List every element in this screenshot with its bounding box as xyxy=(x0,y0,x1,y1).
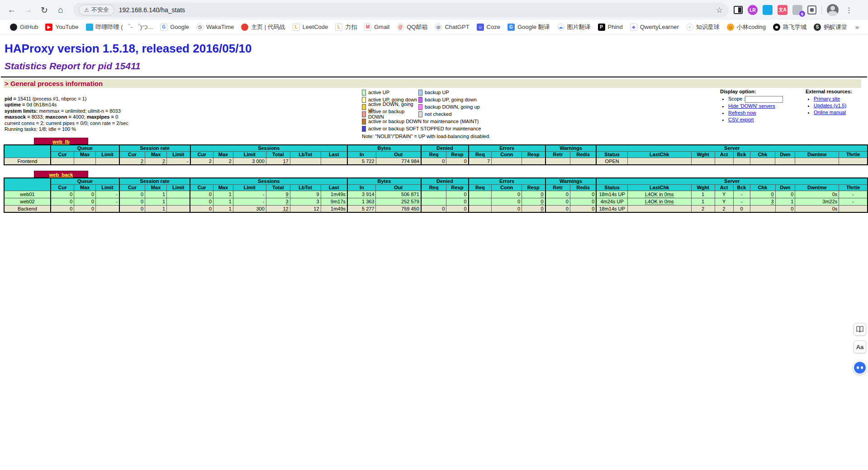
bookmark-item[interactable]: ◷WakaTime xyxy=(193,22,237,32)
stat-cell xyxy=(96,158,119,165)
bookmark-item[interactable]: PPhind xyxy=(594,22,626,32)
stat-cell: 0 xyxy=(492,191,522,198)
address-bar[interactable]: ⚠ 不安全 192.168.6.140/ha_stats ☆ xyxy=(73,3,728,17)
reload-button[interactable]: ↻ xyxy=(37,3,52,17)
stat-cell: L4OK in 0ms xyxy=(627,198,691,205)
stat-cell xyxy=(96,205,119,212)
bookmark-item[interactable]: ☺Coze xyxy=(473,22,504,32)
column-group-header: Queue xyxy=(51,145,119,151)
display-option-link[interactable]: CSV export xyxy=(728,117,754,122)
bookmark-item[interactable]: ☺小林coding xyxy=(723,22,769,33)
column-header: Dwntme xyxy=(795,151,839,158)
capture-extension-icon[interactable] xyxy=(763,5,773,15)
bookmark-item[interactable]: GitHub xyxy=(6,22,42,32)
bookmark-item[interactable]: GGoogle xyxy=(157,22,193,32)
display-option-link[interactable]: Refresh now xyxy=(728,110,756,115)
column-header: LbTot xyxy=(290,151,321,158)
bookmark-item[interactable]: MGmail xyxy=(360,22,393,32)
display-option-link[interactable]: Hide 'DOWN' servers xyxy=(728,103,775,109)
page-title[interactable]: HAProxy version 1.5.18, released 2016/05… xyxy=(5,42,251,56)
stat-cell: 12 xyxy=(290,205,321,212)
translate-float-button[interactable]: Aa xyxy=(854,341,866,353)
column-header: Max xyxy=(213,184,233,191)
assistant-float-button[interactable] xyxy=(853,361,867,374)
home-button[interactable]: ⌂ xyxy=(53,3,68,17)
profile-avatar[interactable] xyxy=(827,4,839,16)
url-text[interactable]: 192.168.6.140/ha_stats xyxy=(119,6,185,14)
bookmark-favicon: G xyxy=(160,24,167,31)
bookmark-item[interactable]: ◎ChatGPT xyxy=(431,22,473,32)
bookmark-item[interactable]: LLeetCode xyxy=(289,22,332,32)
bookmark-item[interactable]: ○知识星球 xyxy=(683,22,723,33)
extensions-icon[interactable] xyxy=(807,5,816,14)
assistant-icon xyxy=(857,366,859,369)
stat-cell: 0 xyxy=(119,191,145,198)
external-resource-link[interactable]: Primary site xyxy=(814,96,840,101)
scope-input[interactable] xyxy=(745,96,783,103)
display-option-title: Display option: xyxy=(720,89,783,94)
bookmark-item[interactable]: L力扣 xyxy=(332,22,360,33)
bookmark-item[interactable]: ☁图片翻译 xyxy=(554,22,594,33)
stat-cell: 5 277 xyxy=(347,205,376,212)
row-label: Backend xyxy=(4,205,51,212)
translate-extension-icon[interactable]: 文A xyxy=(778,5,787,15)
proxy-name-link[interactable]: web_lb xyxy=(52,139,69,144)
column-header: Req xyxy=(469,151,492,158)
column-header: Dwn xyxy=(775,151,795,158)
forward-button[interactable]: → xyxy=(21,3,35,17)
badged-extension-icon[interactable]: 6 xyxy=(792,5,802,15)
column-group-header: Errors xyxy=(469,145,545,151)
stat-cell: 0 xyxy=(522,198,545,205)
column-header: Resp xyxy=(446,184,469,191)
bookmark-label: GitHub xyxy=(20,24,38,30)
bookmark-item[interactable]: GGoogle 翻译 xyxy=(504,22,554,33)
stat-cell: 7 xyxy=(469,158,492,165)
bookmark-star-icon[interactable]: ☆ xyxy=(716,5,723,15)
bookmark-item[interactable]: ◆QwertyLearner xyxy=(626,22,683,32)
stat-cell: 3 xyxy=(266,198,290,205)
proxy-name-link[interactable]: web_back xyxy=(49,172,73,177)
stat-cell: 1 xyxy=(145,191,167,198)
stat-cell xyxy=(839,205,868,212)
lr-extension-icon[interactable]: LR xyxy=(748,5,758,15)
stat-cell: - xyxy=(233,198,266,205)
security-chip[interactable]: ⚠ 不安全 xyxy=(79,5,114,15)
stat-cell: 2 xyxy=(691,205,715,212)
column-header: Out xyxy=(376,184,421,191)
column-header: Retr xyxy=(545,184,570,191)
side-panel-icon[interactable] xyxy=(734,6,743,14)
external-resource-link[interactable]: Updates (v1.5) xyxy=(814,103,846,108)
bookmark-favicon: ☺ xyxy=(727,24,734,31)
process-info-line: pid = 15411 (process #1, nbproc = 1) xyxy=(5,96,128,102)
bookmark-item[interactable]: 主页 | 代码战 xyxy=(237,22,289,33)
stat-cell: 1 xyxy=(213,198,233,205)
bookmark-item[interactable]: ▶YouTube xyxy=(42,22,82,32)
bookmark-item[interactable]: S蚂蚁课堂 xyxy=(810,22,851,33)
bookmark-label: LeetCode xyxy=(303,24,328,30)
column-header: Limit xyxy=(96,184,119,191)
stat-cell: 0 xyxy=(421,158,446,165)
stat-cell: 18m14s UP xyxy=(596,191,627,198)
stat-cell: 0 xyxy=(74,198,96,205)
proxy-section-web_back: web_back QueueSession rateSessionsBytesD… xyxy=(4,171,868,213)
bookmark-item[interactable]: @QQ邮箱 xyxy=(393,22,431,33)
stat-cell: 0 xyxy=(119,205,145,212)
stat-cell: 0 xyxy=(492,198,522,205)
column-header: Limit xyxy=(167,151,190,158)
reader-float-button[interactable] xyxy=(854,323,866,336)
haproxy-stats-page: HAProxy version 1.5.18, released 2016/05… xyxy=(0,34,868,470)
external-resource-link[interactable]: Online manual xyxy=(814,110,846,115)
menu-icon[interactable]: ⋮ xyxy=(844,6,854,14)
bookmark-item[interactable]: 哔哩哔哩 ( ゜- ゜)つ... xyxy=(82,22,157,33)
bookmark-favicon: ◷ xyxy=(196,24,204,31)
bookmark-favicon: ☁ xyxy=(557,24,564,31)
back-button[interactable]: ← xyxy=(5,3,19,17)
stat-cell xyxy=(839,158,868,165)
stat-cell: 0 xyxy=(570,198,596,205)
stat-cell: - xyxy=(96,191,119,198)
legend-row: active or backup SOFT STOPPED for mainte… xyxy=(362,125,490,132)
stat-cell xyxy=(522,158,545,165)
bookmarks-overflow-button[interactable]: » xyxy=(853,23,862,31)
stat-cell xyxy=(570,158,597,165)
bookmark-item[interactable]: ☻路飞学城 xyxy=(769,22,810,33)
